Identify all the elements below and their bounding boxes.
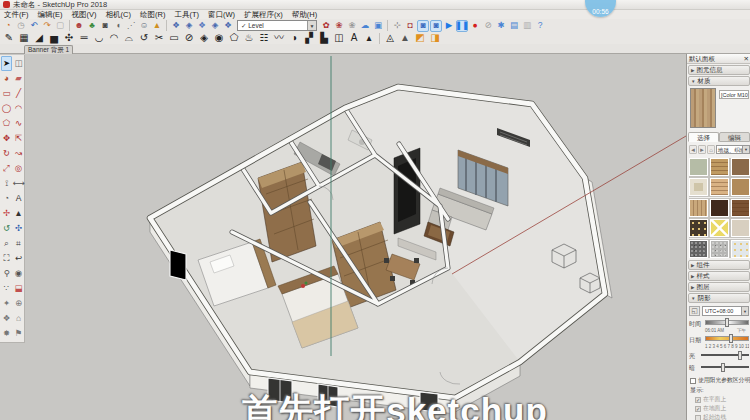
date-slider[interactable] [705, 336, 749, 341]
record-icon[interactable]: ● [469, 20, 481, 32]
orbit-tool[interactable]: ↺ [1, 221, 12, 236]
scene-tab[interactable]: Banner 背景 1 [24, 45, 73, 54]
plugin-tool-4[interactable]: ⌂ [13, 311, 24, 326]
pan-tool[interactable]: ✣ [13, 221, 24, 236]
select-tool[interactable]: ➤ [1, 56, 12, 71]
use-sun-checkbox[interactable] [690, 378, 696, 384]
protractor-tool[interactable]: ◔ [1, 191, 12, 206]
fog-tool-icon[interactable]: ♨ [242, 32, 256, 45]
material-swatch[interactable] [731, 219, 750, 237]
drawing-canvas[interactable]: 首先打开sketchup [0, 54, 686, 420]
model-view[interactable] [0, 54, 686, 420]
section-layers[interactable]: ▶ 图层 [688, 282, 750, 292]
eraser-tool[interactable]: ▰ [13, 71, 24, 86]
material-swatch[interactable] [689, 178, 708, 196]
warehouse-model-icon[interactable]: ❖ [196, 20, 208, 32]
solid-intersect-icon[interactable]: ◈ [197, 32, 211, 45]
rotate-tool[interactable]: ↻ [1, 146, 12, 161]
cloud-sync-icon[interactable]: ☁ [359, 20, 371, 32]
extension-gear-icon[interactable]: ✿ [320, 20, 332, 32]
paste-icon[interactable]: ▢ [54, 20, 66, 32]
curve-tool-icon[interactable]: 〰 [272, 32, 286, 45]
zoom-extents-tool[interactable]: ⛶ [1, 251, 12, 266]
section-plane-tool[interactable]: ⬓ [13, 281, 24, 296]
zoom-tool[interactable]: ⌕ [1, 236, 12, 251]
section-components[interactable]: ▶ 组件 [688, 260, 750, 270]
collection-dropdown[interactable]: 地毯、织物▼ [716, 145, 750, 154]
stamp-icon[interactable]: ▅ [47, 32, 61, 45]
paint-bucket-tool[interactable]: ◕ [1, 71, 12, 86]
undo-icon[interactable]: ↶ [28, 20, 40, 32]
terrain-icon[interactable]: ⋰ [125, 20, 137, 32]
help-icon[interactable]: ? [534, 20, 546, 32]
rectangle-tool[interactable]: ▭ [1, 86, 12, 101]
material-swatch[interactable] [689, 199, 708, 217]
material-swatch[interactable] [731, 199, 750, 217]
line-tool[interactable]: ╱ [13, 86, 24, 101]
time-slider-handle[interactable] [725, 318, 729, 327]
pie-tool-icon[interactable]: ⌓ [122, 32, 136, 45]
light-slider[interactable] [701, 354, 749, 356]
scale-tool[interactable]: ⤢ [1, 161, 12, 176]
on-faces-checkbox-row[interactable]: ✓ 在平面上 [695, 395, 750, 404]
flip-edge-icon[interactable]: ◡ [92, 32, 106, 45]
use-sun-checkbox-row[interactable]: 使用阳光参数区分明暗面 [690, 376, 750, 385]
light-slider-handle[interactable] [738, 351, 742, 360]
dimension-tool[interactable]: ⟷ [13, 176, 24, 191]
person-icon[interactable]: ☻ [73, 20, 85, 32]
material-swatch[interactable] [710, 158, 729, 176]
axes-tool[interactable]: ✢ [1, 206, 12, 221]
shadow-toggle-icon[interactable]: ◱ [689, 306, 700, 316]
look-around-tool[interactable]: ◉ [13, 266, 24, 281]
warehouse-share-icon[interactable]: ◈ [183, 20, 195, 32]
text-tool[interactable]: A [13, 191, 24, 206]
menu-item[interactable]: 文件(F) [4, 10, 29, 20]
walk-tool[interactable]: ∵ [1, 281, 12, 296]
grid-tool-icon[interactable]: ☷ [257, 32, 271, 45]
flower-gray-icon[interactable]: ❀ [346, 20, 358, 32]
layer-combo[interactable]: ✓ Level ▼ [237, 20, 317, 31]
close-icon[interactable]: ✕ [744, 55, 749, 62]
on-ground-checkbox[interactable]: ✓ [695, 406, 701, 412]
package-icon[interactable]: ▣ [372, 20, 384, 32]
plugin-tool-5[interactable]: ✸ [1, 326, 12, 341]
menu-item[interactable]: 工具(T) [174, 10, 199, 20]
freehand-tool[interactable]: ∿ [13, 116, 24, 131]
play-icon[interactable]: ▶ [443, 20, 455, 32]
warning-icon[interactable]: ▲ [151, 20, 163, 32]
move-tool[interactable]: ✥ [1, 131, 12, 146]
warehouse-update-icon[interactable]: ❖ [222, 20, 234, 32]
tab-select[interactable]: 选择 [688, 132, 719, 142]
plugin-tool-1[interactable]: ✦ [1, 296, 12, 311]
material-swatch[interactable] [710, 178, 729, 196]
zoom-window-tool[interactable]: ⌗ [13, 236, 24, 251]
plugin-tool-6[interactable]: ⚑ [13, 326, 24, 341]
dark-slider-handle[interactable] [721, 363, 725, 372]
pause-icon[interactable]: ❚❚ [456, 20, 468, 32]
text-tool-icon[interactable]: A [347, 32, 361, 45]
position-camera-tool[interactable]: ⚲ [1, 266, 12, 281]
on-faces-checkbox[interactable]: ✓ [695, 397, 701, 403]
offset-tool[interactable]: ◎ [13, 161, 24, 176]
warehouse-icon[interactable]: ❖ [170, 20, 182, 32]
forward-arrow-icon[interactable]: ► [698, 145, 706, 154]
material-swatch[interactable] [731, 240, 750, 258]
warehouse-collection-icon[interactable]: ◈ [209, 20, 221, 32]
arc-tool-icon[interactable]: ◠ [107, 32, 121, 45]
menu-item[interactable]: 视图(V) [72, 10, 97, 20]
settings-blue-icon[interactable]: ✱ [495, 20, 507, 32]
library-icon[interactable]: ▤ [508, 20, 520, 32]
plugin-tool-2[interactable]: ⊕ [13, 296, 24, 311]
menu-item[interactable]: 编辑(E) [38, 10, 63, 20]
sandbox-from-scratch-icon[interactable]: ▦ [17, 32, 31, 45]
push-pull-tool[interactable]: ⇱ [13, 131, 24, 146]
sandbox-from-contours-icon[interactable]: ✎ [2, 32, 16, 45]
library-gray-icon[interactable]: ▥ [521, 20, 533, 32]
time-slider[interactable] [705, 320, 749, 325]
trim-icon[interactable]: ✂ [152, 32, 166, 45]
material-swatch[interactable] [731, 178, 750, 196]
menu-item[interactable]: 相机(C) [106, 10, 131, 20]
arc-tool[interactable]: ◠ [13, 101, 24, 116]
in-model-home-icon[interactable]: ⌂ [707, 145, 715, 154]
make-component-tool[interactable]: ◫ [13, 56, 24, 71]
